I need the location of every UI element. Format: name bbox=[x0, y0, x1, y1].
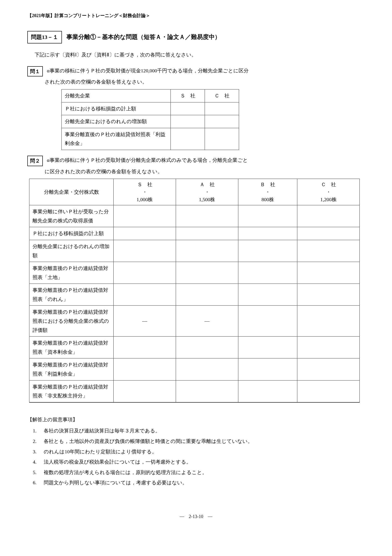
t1-r1-c0 bbox=[171, 115, 205, 128]
t2-r0-c2 bbox=[238, 205, 297, 227]
question-2-text: α事業の移転に伴うＰ社の受取対価が分離先企業の株式のみである場合，分離先企業ごと bbox=[47, 156, 365, 165]
notes-title: 【解答上の留意事項】 bbox=[27, 415, 365, 424]
t2-r4-label: 事業分離直後のＰ社の連結貸借対照表「のれん」 bbox=[29, 284, 114, 306]
t1-row-1-label: 分離先企業におけるのれんの増加額 bbox=[62, 115, 171, 128]
intro-text: 下記に示す〔資料Ⅰ〕及び〔資料Ⅱ〕に基づき，次の各問に答えなさい。 bbox=[27, 50, 365, 59]
problem-number: 問題13－１ bbox=[27, 31, 62, 44]
t2-col-0-name: Ｓ 社 bbox=[137, 182, 152, 187]
note-item: 5.複数の処理方法が考えられる場合には，原則的な処理方法によること。 bbox=[33, 468, 365, 477]
t2-r5-label: 事業分離直後のＰ社の連結貸借対照表における分離先企業の株式の評価額 bbox=[29, 306, 114, 337]
question-2-label: 問２ bbox=[27, 156, 43, 166]
t1-row-2-label: 事業分離直後のＰ社の連結貸借対照表「利益剰余金」 bbox=[62, 128, 171, 150]
t2-r8-c2 bbox=[238, 380, 297, 402]
note-text: 複数の処理方法が考えられる場合には，原則的な処理方法によること。 bbox=[44, 468, 207, 477]
note-item: 6.問題文から判明しない事項については，考慮する必要はない。 bbox=[33, 478, 365, 487]
table-2: 分離先企業・交付株式数 Ｓ 社・ 1,000株 Ａ 社・ 1,500株 Ｂ 社・… bbox=[29, 179, 360, 403]
t2-r2-c2 bbox=[238, 240, 297, 262]
t2-r4-c3 bbox=[297, 284, 360, 306]
t2-col-3: Ｃ 社・ 1,200株 bbox=[297, 179, 360, 205]
note-text: のれんは10年間にわたり定額法により償却する。 bbox=[44, 447, 157, 456]
note-num: 4. bbox=[33, 457, 39, 467]
t2-r2-label: 分離先企業におけるのれんの増加額 bbox=[29, 240, 114, 262]
question-2: 問２ α事業の移転に伴うＰ社の受取対価が分離先企業の株式のみである場合，分離先企… bbox=[27, 156, 365, 403]
t2-r0-c3 bbox=[297, 205, 360, 227]
t2-r6-c2 bbox=[238, 337, 297, 358]
t2-r6-c0 bbox=[114, 337, 176, 358]
t2-r8-c1 bbox=[176, 380, 238, 402]
note-item: 2.各社とも，土地以外の資産及び負債の帳簿価額と時価との間に重要な乖離は生じてい… bbox=[33, 437, 365, 446]
t1-header-2: Ｃ 社 bbox=[205, 89, 239, 102]
problem-header: 問題13－１ 事業分離①－基本的な問題（短答Ａ・論文Ａ／難易度中） bbox=[27, 31, 365, 44]
t2-r7-label: 事業分離直後のＰ社の連結貸借対照表「利益剰余金」 bbox=[29, 358, 114, 380]
t2-rowhdr-label: 分離先企業・交付株式数 bbox=[29, 179, 114, 205]
t2-col-1-shares: 1,500株 bbox=[199, 197, 215, 202]
t2-r1-c1 bbox=[176, 227, 238, 240]
t2-col-2: Ｂ 社・ 800株 bbox=[238, 179, 297, 205]
t2-col-3-shares: 1,200株 bbox=[320, 197, 337, 202]
note-num: 6. bbox=[33, 478, 39, 487]
t2-col-0: Ｓ 社・ 1,000株 bbox=[114, 179, 176, 205]
notes-list: 1.各社の決算日及び連結決算日は毎年３月末である。 2.各社とも，土地以外の資産… bbox=[27, 426, 365, 487]
t2-r8-c0 bbox=[114, 380, 176, 402]
note-num: 3. bbox=[33, 447, 39, 456]
t1-r0-c0 bbox=[171, 102, 205, 115]
note-item: 1.各社の決算日及び連結決算日は毎年３月末である。 bbox=[33, 426, 365, 435]
t2-r4-c1 bbox=[176, 284, 238, 306]
t2-r7-c0 bbox=[114, 358, 176, 380]
t1-header-0: 分離先企業 bbox=[62, 89, 171, 102]
note-item: 4.法人税等の税金及び税効果会計については，一切考慮外とする。 bbox=[33, 457, 365, 467]
t2-r6-c1 bbox=[176, 337, 238, 358]
t2-r1-c3 bbox=[297, 227, 360, 240]
t2-r4-c0 bbox=[114, 284, 176, 306]
t2-r7-c1 bbox=[176, 358, 238, 380]
t1-r1-c1 bbox=[205, 115, 239, 128]
t2-r5-c0: ― bbox=[114, 306, 176, 337]
t2-r1-label: Ｐ社における移転損益の計上額 bbox=[29, 227, 114, 240]
t2-r6-label: 事業分離直後のＰ社の連結貸借対照表「資本剰余金」 bbox=[29, 337, 114, 358]
t2-r1-c0 bbox=[114, 227, 176, 240]
t2-r5-c1: ― bbox=[176, 306, 238, 337]
t1-r2-c1 bbox=[205, 128, 239, 150]
question-1-text-cont: された次の表の空欄の各金額を答えなさい。 bbox=[27, 77, 365, 86]
t2-r0-c0 bbox=[114, 205, 176, 227]
t2-r6-c3 bbox=[297, 337, 360, 358]
page-footer: ― 2-13-10 ― bbox=[27, 512, 365, 520]
t2-col-3-name: Ｃ 社 bbox=[321, 182, 336, 187]
t2-r3-c1 bbox=[176, 262, 238, 284]
note-item: 3.のれんは10年間にわたり定額法により償却する。 bbox=[33, 447, 365, 456]
question-1: 問１ α事業の移転に伴うＰ社の受取対価が現金120,000千円である場合，分離先… bbox=[27, 66, 365, 150]
t2-r7-c2 bbox=[238, 358, 297, 380]
table-1: 分離先企業 Ｓ 社 Ｃ 社 Ｐ社における移転損益の計上額 分離先企業におけるのれ… bbox=[62, 89, 239, 150]
t1-r2-c0 bbox=[171, 128, 205, 150]
t2-r0-c1 bbox=[176, 205, 238, 227]
page-header: 【2021年版】計算コンプリートトレーニング＜財務会計論＞ bbox=[27, 11, 365, 20]
t2-r1-c2 bbox=[238, 227, 297, 240]
problem-title: 事業分離①－基本的な問題（短答Ａ・論文Ａ／難易度中） bbox=[66, 32, 220, 43]
note-text: 各社とも，土地以外の資産及び負債の帳簿価額と時価との間に重要な乖離は生じていない… bbox=[44, 437, 253, 446]
t2-r8-label: 事業分離直後のＰ社の連結貸借対照表「非支配株主持分」 bbox=[29, 380, 114, 402]
t2-r8-c3 bbox=[297, 380, 360, 402]
note-num: 5. bbox=[33, 468, 39, 477]
t2-col-2-shares: 800株 bbox=[262, 197, 274, 202]
t2-r5-c2 bbox=[238, 306, 297, 337]
note-text: 法人税等の税金及び税効果会計については，一切考慮外とする。 bbox=[44, 457, 191, 467]
note-num: 2. bbox=[33, 437, 39, 446]
t2-r7-c3 bbox=[297, 358, 360, 380]
notes-section: 【解答上の留意事項】 1.各社の決算日及び連結決算日は毎年３月末である。 2.各… bbox=[27, 415, 365, 487]
t2-r3-c0 bbox=[114, 262, 176, 284]
question-1-text: α事業の移転に伴うＰ社の受取対価が現金120,000千円である場合，分離先企業ご… bbox=[47, 66, 365, 75]
t2-r2-c0 bbox=[114, 240, 176, 262]
t2-col-2-name: Ｂ 社 bbox=[260, 182, 275, 187]
t2-col-1-name: Ａ 社 bbox=[200, 182, 215, 187]
note-text: 各社の決算日及び連結決算日は毎年３月末である。 bbox=[44, 426, 160, 435]
t2-r5-c3 bbox=[297, 306, 360, 337]
t2-r0-label: 事業分離に伴いＰ社が受取った分離先企業の株式の取得原価 bbox=[29, 205, 114, 227]
t2-r4-c2 bbox=[238, 284, 297, 306]
question-1-label: 問１ bbox=[27, 66, 43, 77]
t1-row-0-label: Ｐ社における移転損益の計上額 bbox=[62, 102, 171, 115]
t1-header-1: Ｓ 社 bbox=[171, 89, 205, 102]
t1-r0-c1 bbox=[205, 102, 239, 115]
t2-col-0-shares: 1,000株 bbox=[137, 197, 153, 202]
question-2-text-cont: に区分された次の表の空欄の各金額を答えなさい。 bbox=[27, 167, 365, 176]
note-num: 1. bbox=[33, 426, 39, 435]
